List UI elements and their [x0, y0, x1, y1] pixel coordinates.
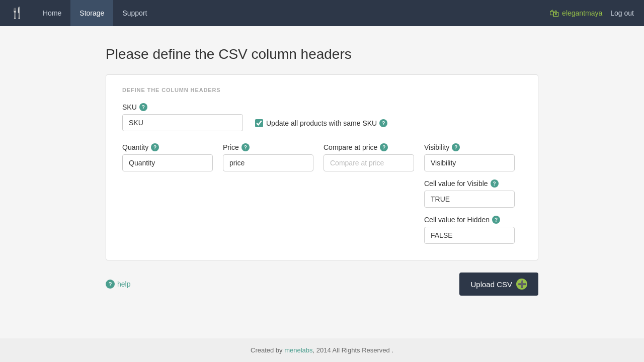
cell-hidden-label: Cell value for Hidden ?	[424, 216, 515, 224]
visibility-section: Visibility ? Cell value for Visible ? Ce…	[424, 143, 515, 244]
sku-row: SKU ? Update all products with same SKU …	[122, 103, 522, 131]
compare-input[interactable]	[324, 154, 414, 171]
cell-visible-info-icon[interactable]: ?	[491, 179, 499, 188]
price-input[interactable]	[223, 154, 313, 171]
compare-info-icon[interactable]: ?	[380, 143, 388, 151]
nav-support[interactable]: Support	[113, 0, 156, 26]
cell-visible-label: Cell value for Visible ?	[424, 179, 515, 188]
compare-label: Compare at price ?	[324, 143, 414, 151]
navbar: 🍴 Home Storage Support 🛍 elegantmaya Log…	[0, 0, 644, 26]
quantity-info-icon[interactable]: ?	[151, 143, 159, 151]
nav-links: Home Storage Support	[34, 0, 549, 26]
cell-visible-input[interactable]	[424, 191, 515, 208]
cell-hidden-input[interactable]	[424, 227, 515, 244]
main-content: Please define the CSV column headers DEF…	[96, 46, 548, 296]
visibility-info-icon[interactable]: ?	[452, 143, 460, 151]
sku-info-icon[interactable]: ?	[139, 103, 147, 111]
visibility-label: Visibility ?	[424, 143, 515, 151]
sku-input[interactable]	[122, 114, 243, 131]
cell-visible-group: Cell value for Visible ?	[424, 179, 515, 208]
help-link[interactable]: ? help	[106, 280, 130, 289]
upload-csv-button[interactable]: Upload CSV ➕	[459, 273, 538, 296]
nav-home[interactable]: Home	[34, 0, 70, 26]
sku-group: SKU ?	[122, 103, 243, 131]
brand: 🍴	[10, 7, 24, 20]
update-checkbox-group: Update all products with same SKU ?	[255, 119, 387, 127]
form-card: DEFINE THE COLUMN HEADERS SKU ? Update a…	[106, 74, 538, 260]
fields-row: Quantity ? Price ? Compare at price ?	[122, 143, 522, 244]
footer-actions: ? help Upload CSV ➕	[106, 273, 538, 296]
nav-storage[interactable]: Storage	[70, 0, 113, 26]
compare-group: Compare at price ?	[324, 143, 414, 171]
chef-icon: 🍴	[10, 7, 24, 20]
navbar-right: 🛍 elegantmaya Log out	[549, 8, 634, 19]
page-title: Please define the CSV column headers	[106, 46, 538, 62]
logout-button[interactable]: Log out	[610, 9, 634, 17]
upload-label: Upload CSV	[470, 280, 512, 289]
price-info-icon[interactable]: ?	[242, 143, 250, 151]
shop-name: elegantmaya	[562, 9, 602, 17]
visibility-group: Visibility ?	[424, 143, 515, 171]
sku-label: SKU ?	[122, 103, 243, 111]
quantity-label: Quantity ?	[122, 143, 213, 151]
help-text: help	[117, 280, 130, 288]
upload-icon: ➕	[516, 279, 527, 290]
visibility-input[interactable]	[424, 154, 515, 171]
update-sku-label: Update all products with same SKU ?	[266, 119, 387, 127]
cell-hidden-group: Cell value for Hidden ?	[424, 216, 515, 244]
quantity-input[interactable]	[122, 154, 213, 171]
update-same-sku-checkbox[interactable]	[255, 119, 263, 127]
update-sku-info-icon[interactable]: ?	[379, 119, 387, 127]
price-label: Price ?	[223, 143, 313, 151]
quantity-group: Quantity ?	[122, 143, 213, 171]
section-label: DEFINE THE COLUMN HEADERS	[122, 87, 522, 93]
cell-hidden-info-icon[interactable]: ?	[492, 216, 500, 224]
shopify-icon: 🛍	[549, 8, 559, 19]
help-circle-icon: ?	[106, 280, 115, 289]
shopify-brand: 🛍 elegantmaya	[549, 8, 602, 19]
price-group: Price ?	[223, 143, 313, 171]
